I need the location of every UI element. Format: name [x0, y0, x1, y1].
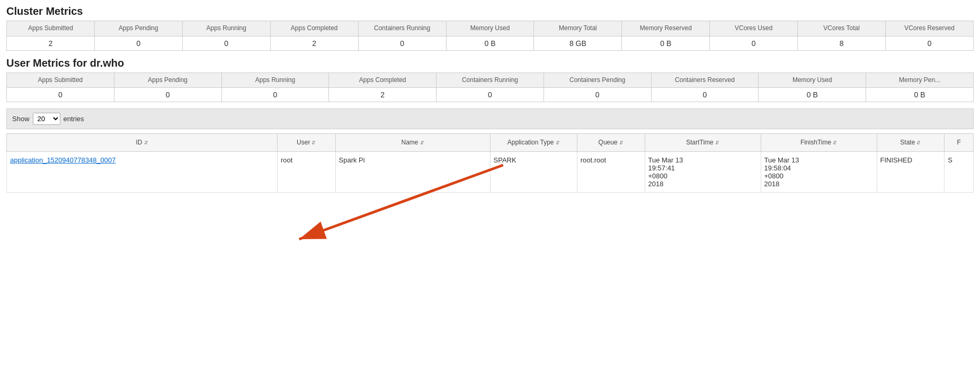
app-id-cell: application_1520940778348_0007 [7, 151, 278, 192]
sort-icon: ⇵ [715, 140, 719, 147]
cluster-metric-header: Apps Running [182, 21, 270, 37]
apps-table: ID⇵User⇵Name⇵Application Type⇵Queue⇵Star… [6, 133, 974, 193]
app-f-cell: S [945, 151, 974, 192]
table-row: application_1520940778348_0007rootSpark … [7, 151, 974, 192]
user-metrics-title: User Metrics for dr.who [6, 57, 974, 69]
apps-table-column-header[interactable]: User⇵ [278, 134, 336, 152]
user-metric-value: 0 [544, 88, 651, 102]
app-user-cell: root [278, 151, 336, 192]
apps-table-column-header[interactable]: State⇵ [877, 134, 945, 152]
user-metric-header: Containers Pending [544, 72, 651, 88]
apps-table-column-header[interactable]: Queue⇵ [577, 134, 645, 152]
apps-table-wrapper: ID⇵User⇵Name⇵Application Type⇵Queue⇵Star… [6, 133, 974, 193]
user-metric-header: Containers Running [436, 72, 544, 88]
sort-icon: ⇵ [916, 140, 921, 147]
user-metric-value: 0 [436, 88, 544, 102]
sort-icon: ⇵ [311, 140, 316, 147]
cluster-metric-header: VCores Total [798, 21, 886, 37]
cluster-metric-value: 0 [886, 36, 974, 50]
cluster-metrics-table: Apps SubmittedApps PendingApps RunningAp… [6, 21, 974, 51]
cluster-metric-value: 0 [710, 36, 798, 50]
cluster-metric-header: Apps Submitted [7, 21, 95, 37]
cluster-metric-header: Memory Total [534, 21, 622, 37]
page-wrapper: Cluster Metrics Apps SubmittedApps Pendi… [0, 0, 980, 198]
user-metric-value: 0 [651, 88, 759, 102]
cluster-metric-header: Containers Running [358, 21, 446, 37]
apps-table-column-header[interactable]: Name⇵ [335, 134, 490, 152]
cluster-metric-header: Apps Pending [94, 21, 182, 37]
user-metric-header: Apps Submitted [7, 72, 114, 88]
app-id-link[interactable]: application_1520940778348_0007 [10, 156, 116, 164]
user-metrics-table: Apps SubmittedApps PendingApps RunningAp… [6, 72, 974, 103]
cluster-metric-value: 2 [7, 36, 95, 50]
apps-table-column-header[interactable]: ID⇵ [7, 134, 278, 152]
user-metric-value: 0 [221, 88, 329, 102]
user-metric-value: 0 B [759, 88, 866, 102]
app-start-time-cell: Tue Mar 13 19:57:41 +0800 2018 [645, 151, 761, 192]
user-metric-header: Containers Reserved [651, 72, 759, 88]
cluster-metric-value: 8 GB [534, 36, 622, 50]
user-metric-value: 0 [114, 88, 221, 102]
sort-icon: ⇵ [833, 140, 837, 147]
cluster-metric-header: VCores Reserved [886, 21, 974, 37]
show-entries-bar: Show 20 50 100 entries [6, 108, 974, 129]
app-finish-time-cell: Tue Mar 13 19:58:04 +0800 2018 [761, 151, 877, 192]
sort-icon: ⇵ [556, 140, 560, 147]
user-metric-value: 2 [329, 88, 436, 102]
sort-icon: ⇵ [144, 140, 148, 147]
cluster-metric-header: Memory Used [446, 21, 534, 37]
app-name-cell: Spark Pi [335, 151, 490, 192]
app-state-cell: FINISHED [877, 151, 945, 192]
sort-icon: ⇵ [619, 140, 623, 147]
entries-suffix: entries [64, 115, 84, 123]
apps-table-column-header: F [945, 134, 974, 152]
apps-table-column-header[interactable]: Application Type⇵ [490, 134, 577, 152]
user-metric-header: Apps Running [221, 72, 329, 88]
apps-table-column-header[interactable]: StartTime⇵ [645, 134, 761, 152]
cluster-metric-value: 2 [270, 36, 358, 50]
cluster-metric-value: 0 [94, 36, 182, 50]
user-metric-value: 0 B [866, 88, 974, 102]
user-metric-header: Apps Completed [329, 72, 436, 88]
user-metric-value: 0 [7, 88, 114, 102]
cluster-metric-header: Memory Reserved [622, 21, 710, 37]
cluster-metric-value: 0 B [446, 36, 534, 50]
user-metric-header: Memory Used [759, 72, 866, 88]
apps-table-column-header[interactable]: FinishTime⇵ [761, 134, 877, 152]
cluster-metric-header: Apps Completed [270, 21, 358, 37]
cluster-metric-value: 0 [358, 36, 446, 50]
user-metric-header: Memory Pen... [866, 72, 974, 88]
cluster-metric-value: 0 B [622, 36, 710, 50]
entries-select[interactable]: 20 50 100 [33, 113, 60, 125]
cluster-metric-value: 8 [798, 36, 886, 50]
show-label: Show [12, 115, 30, 123]
cluster-metric-header: VCores Used [710, 21, 798, 37]
sort-icon: ⇵ [420, 140, 424, 147]
app-queue-cell: root.root [577, 151, 645, 192]
user-metric-header: Apps Pending [114, 72, 221, 88]
app-type-cell: SPARK [490, 151, 577, 192]
cluster-metrics-title: Cluster Metrics [6, 5, 974, 17]
cluster-metric-value: 0 [182, 36, 270, 50]
